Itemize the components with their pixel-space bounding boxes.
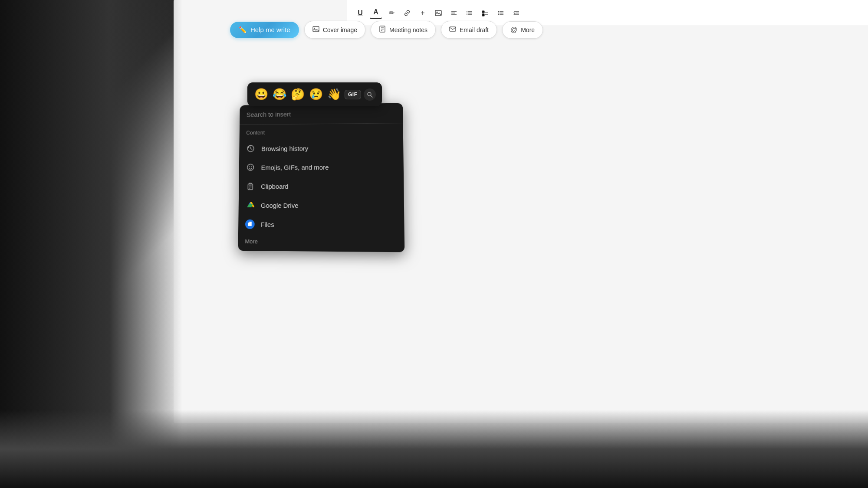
emoji-toolbar: 😀 😂 🤔 😢 👋 GIF (247, 82, 382, 106)
search-input[interactable] (247, 109, 396, 118)
align-icon[interactable] (448, 7, 460, 19)
bullet-list-icon[interactable] (495, 7, 507, 19)
insert-icon[interactable]: + (417, 7, 429, 19)
notes-icon (379, 26, 386, 34)
emoji-laughing-crying[interactable]: 😂 (272, 87, 287, 102)
svg-rect-18 (498, 11, 499, 12)
files-label: Files (260, 220, 274, 228)
emoji-smiley[interactable]: 😀 (253, 87, 269, 102)
svg-point-10 (467, 14, 467, 15)
clipboard-icon (246, 181, 255, 191)
svg-point-25 (314, 28, 315, 29)
link-icon[interactable] (401, 7, 413, 19)
emoji-icon (246, 163, 255, 172)
clipboard-label: Clipboard (261, 183, 288, 190)
help-me-write-button[interactable]: ✏️ Help me write (230, 22, 299, 38)
emoji-search-icon[interactable] (364, 88, 376, 101)
image-icon (312, 26, 319, 34)
meeting-notes-button[interactable]: Meeting notes (371, 21, 436, 39)
emojis-gifs-label: Emojis, GIFs, and more (261, 164, 329, 171)
svg-point-31 (368, 92, 371, 96)
emojis-gifs-item[interactable]: Emojis, GIFs, and more (239, 157, 404, 177)
email-icon (449, 26, 456, 34)
cover-image-button[interactable]: Cover image (304, 21, 365, 39)
highlight-icon[interactable]: ✏ (385, 7, 398, 19)
files-item[interactable]: Files (238, 215, 404, 235)
quick-actions-bar: ✏️ Help me write Cover image Meeting not… (230, 21, 543, 39)
emoji-wave[interactable]: 👋 (326, 87, 342, 102)
browsing-history-label: Browsing history (261, 144, 308, 152)
svg-point-34 (247, 164, 254, 170)
indent-icon[interactable] (510, 7, 523, 19)
files-icon (245, 219, 255, 229)
bottom-bezel (0, 410, 868, 488)
google-drive-icon (245, 200, 255, 210)
at-sign-icon: @ (510, 26, 517, 34)
checklist-icon[interactable] (479, 7, 491, 19)
svg-rect-24 (313, 26, 319, 32)
insert-dropdown: Content Browsing history Emojis, GIFs, a… (238, 103, 405, 252)
list-icon[interactable] (464, 7, 476, 19)
google-drive-item[interactable]: Google Drive (239, 196, 404, 215)
svg-point-8 (467, 11, 467, 12)
google-drive-label: Google Drive (261, 202, 299, 209)
gif-button[interactable]: GIF (345, 90, 361, 99)
search-box (240, 103, 403, 125)
svg-point-9 (467, 13, 467, 13)
emoji-sad[interactable]: 😢 (308, 87, 324, 102)
email-draft-button[interactable]: Email draft (441, 21, 497, 39)
svg-point-36 (251, 166, 252, 167)
svg-point-35 (249, 166, 250, 167)
svg-line-32 (371, 95, 372, 97)
underline-icon[interactable]: U (354, 7, 366, 19)
content-section-label: Content (240, 123, 403, 139)
history-icon (246, 144, 256, 154)
emoji-thinking[interactable]: 🤔 (290, 87, 306, 102)
svg-rect-20 (498, 14, 499, 15)
svg-rect-30 (450, 27, 456, 31)
more-link[interactable]: More (238, 234, 405, 252)
font-color-icon[interactable]: A (370, 7, 382, 19)
svg-rect-13 (482, 14, 484, 16)
pencil-sparkle-icon: ✏️ (239, 26, 247, 34)
more-button[interactable]: @ More (502, 21, 543, 39)
browsing-history-item[interactable]: Browsing history (239, 138, 403, 158)
image-icon[interactable] (432, 7, 444, 19)
clipboard-item[interactable]: Clipboard (239, 176, 404, 196)
svg-rect-19 (498, 13, 499, 13)
